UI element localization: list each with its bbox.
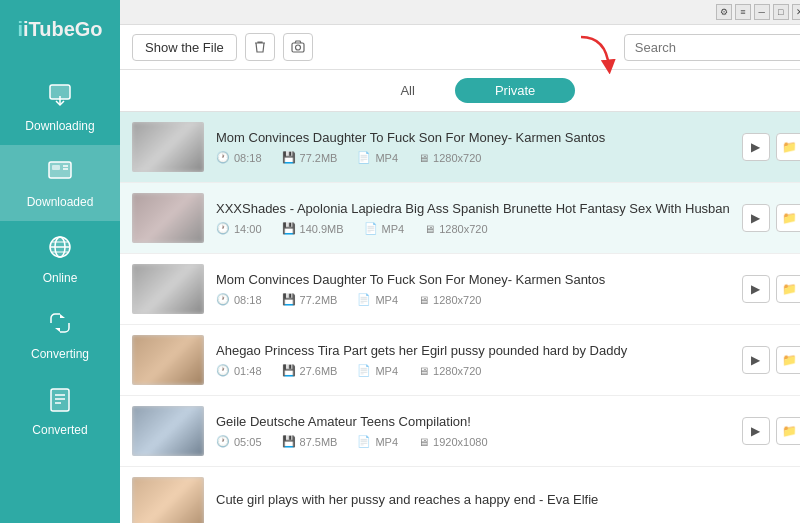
- app-title: iiTubeGo: [17, 10, 102, 49]
- sidebar-item-downloading[interactable]: Downloading: [0, 69, 120, 145]
- window-top-bar: ⚙ ≡ ─ □ ✕: [120, 0, 800, 25]
- meta-resolution-1: 🖥 1280x720: [418, 151, 481, 164]
- sidebar-label-online: Online: [43, 271, 78, 285]
- format-icon-3: 📄: [357, 293, 371, 306]
- folder-button-3[interactable]: 📁: [776, 275, 800, 303]
- thumbnail-1: [132, 122, 204, 172]
- sidebar-item-downloaded[interactable]: Downloaded: [0, 145, 120, 221]
- tab-private[interactable]: Private: [455, 78, 575, 103]
- resolution-icon-3: 🖥: [418, 294, 429, 306]
- folder-button-2[interactable]: 📁: [776, 204, 800, 232]
- list-item: XXXShades - Apolonia Lapiedra Big Ass Sp…: [120, 183, 800, 254]
- menu-win-btn[interactable]: ≡: [735, 4, 751, 20]
- sidebar-item-converted[interactable]: Converted: [0, 373, 120, 449]
- resolution-icon-5: 🖥: [418, 436, 429, 448]
- file-size-icon-5: 💾: [282, 435, 296, 448]
- meta-format-3: 📄 MP4: [357, 293, 398, 306]
- file-info-1: Mom Convinces Daughter To Fuck Son For M…: [216, 130, 730, 164]
- file-size-icon-2: 💾: [282, 222, 296, 235]
- show-file-button[interactable]: Show the File: [132, 34, 237, 61]
- file-list: Mom Convinces Daughter To Fuck Son For M…: [120, 112, 800, 523]
- svg-rect-2: [49, 162, 71, 178]
- camera-button[interactable]: [283, 33, 313, 61]
- play-button-5[interactable]: ▶: [742, 417, 770, 445]
- clock-icon-2: 🕐: [216, 222, 230, 235]
- file-meta-4: 🕐 01:48 💾 27.6MB 📄 MP4 🖥: [216, 364, 730, 377]
- clock-icon-5: 🕐: [216, 435, 230, 448]
- meta-resolution-3: 🖥 1280x720: [418, 293, 481, 306]
- meta-size-2: 💾 140.9MB: [282, 222, 344, 235]
- thumbnail-6: [132, 477, 204, 523]
- toolbar: Show the File: [120, 25, 800, 70]
- clock-icon-3: 🕐: [216, 293, 230, 306]
- meta-resolution-4: 🖥 1280x720: [418, 364, 481, 377]
- folder-button-4[interactable]: 📁: [776, 346, 800, 374]
- search-input[interactable]: [624, 34, 800, 61]
- downloaded-icon: [46, 157, 74, 191]
- file-size-icon-4: 💾: [282, 364, 296, 377]
- meta-duration-4: 🕐 01:48: [216, 364, 262, 377]
- thumbnail-5: [132, 406, 204, 456]
- file-title-1: Mom Convinces Daughter To Fuck Son For M…: [216, 130, 730, 145]
- file-title-6: Cute girl plays with her pussy and reach…: [216, 492, 800, 507]
- format-icon-2: 📄: [364, 222, 378, 235]
- file-title-3: Mom Convinces Daughter To Fuck Son For M…: [216, 272, 730, 287]
- file-title-5: Geile Deutsche Amateur Teens Compilation…: [216, 414, 730, 429]
- meta-size-5: 💾 87.5MB: [282, 435, 338, 448]
- meta-size-1: 💾 77.2MB: [282, 151, 338, 164]
- meta-format-2: 📄 MP4: [364, 222, 405, 235]
- play-button-3[interactable]: ▶: [742, 275, 770, 303]
- list-item: Mom Convinces Daughter To Fuck Son For M…: [120, 112, 800, 183]
- meta-resolution-5: 🖥 1920x1080: [418, 435, 487, 448]
- sidebar-label-converted: Converted: [32, 423, 87, 437]
- play-button-2[interactable]: ▶: [742, 204, 770, 232]
- folder-button-5[interactable]: 📁: [776, 417, 800, 445]
- format-icon-1: 📄: [357, 151, 371, 164]
- play-button-4[interactable]: ▶: [742, 346, 770, 374]
- file-meta-3: 🕐 08:18 💾 77.2MB 📄 MP4 🖥: [216, 293, 730, 306]
- file-info-6: Cute girl plays with her pussy and reach…: [216, 492, 800, 513]
- svg-point-16: [295, 45, 300, 50]
- file-title-2: XXXShades - Apolonia Lapiedra Big Ass Sp…: [216, 201, 730, 216]
- camera-icon: [291, 40, 305, 54]
- file-size-icon-1: 💾: [282, 151, 296, 164]
- trash-icon: [253, 40, 267, 54]
- thumbnail-4: [132, 335, 204, 385]
- sidebar-label-downloaded: Downloaded: [27, 195, 94, 209]
- file-actions-3: ▶ 📁: [742, 275, 800, 303]
- settings-win-btn[interactable]: ⚙: [716, 4, 732, 20]
- online-icon: [46, 233, 74, 267]
- tab-bar: All Private: [120, 70, 800, 112]
- thumbnail-2: [132, 193, 204, 243]
- meta-duration-3: 🕐 08:18: [216, 293, 262, 306]
- file-info-3: Mom Convinces Daughter To Fuck Son For M…: [216, 272, 730, 306]
- minimize-win-btn[interactable]: ─: [754, 4, 770, 20]
- svg-rect-11: [51, 389, 69, 411]
- tab-section: All Private: [120, 70, 800, 112]
- meta-duration-1: 🕐 08:18: [216, 151, 262, 164]
- file-actions-5: ▶ 📁: [742, 417, 800, 445]
- list-item: Geile Deutsche Amateur Teens Compilation…: [120, 396, 800, 467]
- folder-button-1[interactable]: 📁: [776, 133, 800, 161]
- main-panel: Show the File All Private: [120, 25, 800, 523]
- delete-button[interactable]: [245, 33, 275, 61]
- sidebar-item-converting[interactable]: Converting: [0, 297, 120, 373]
- play-button-1[interactable]: ▶: [742, 133, 770, 161]
- converted-icon: [46, 385, 74, 419]
- list-item: Ahegao Princess Tira Part gets her Egirl…: [120, 325, 800, 396]
- sidebar-label-downloading: Downloading: [25, 119, 94, 133]
- format-icon-5: 📄: [357, 435, 371, 448]
- file-meta-1: 🕐 08:18 💾 77.2MB 📄 MP4 🖥: [216, 151, 730, 164]
- sidebar-item-online[interactable]: Online: [0, 221, 120, 297]
- maximize-win-btn[interactable]: □: [773, 4, 789, 20]
- file-actions-2: ▶ 📁: [742, 204, 800, 232]
- meta-resolution-2: 🖥 1280x720: [424, 222, 487, 235]
- close-win-btn[interactable]: ✕: [792, 4, 800, 20]
- main-content: ⚙ ≡ ─ □ ✕ Show the File: [120, 0, 800, 523]
- file-size-icon-3: 💾: [282, 293, 296, 306]
- list-item: Mom Convinces Daughter To Fuck Son For M…: [120, 254, 800, 325]
- meta-format-1: 📄 MP4: [357, 151, 398, 164]
- meta-format-4: 📄 MP4: [357, 364, 398, 377]
- tab-all[interactable]: All: [360, 78, 454, 103]
- file-actions-1: ▶ 📁: [742, 133, 800, 161]
